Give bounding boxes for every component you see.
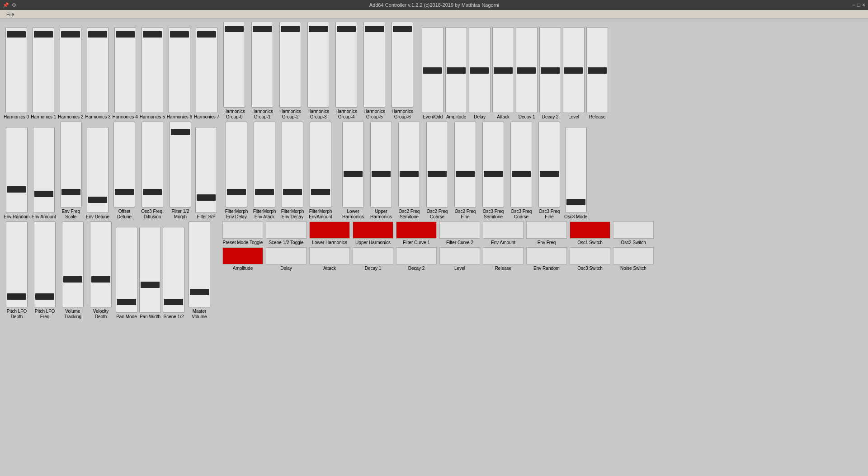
toggle-button-box[interactable] [439, 222, 480, 239]
slider-track[interactable] [516, 27, 538, 113]
settings-icon[interactable]: ⚙ [12, 2, 16, 8]
toggle-button-box[interactable] [309, 222, 350, 239]
slider-track[interactable] [170, 122, 191, 207]
slider-track[interactable] [33, 127, 55, 213]
toggle-button-box[interactable] [353, 247, 393, 264]
slider-track[interactable] [310, 122, 331, 207]
toggle-button-box[interactable] [570, 247, 610, 264]
slider-track[interactable] [492, 27, 514, 113]
slider-track[interactable] [254, 122, 275, 207]
slider-track[interactable] [114, 27, 136, 113]
slider-track[interactable] [195, 127, 217, 213]
slider-track[interactable] [90, 222, 112, 307]
toggle-button-box[interactable] [396, 247, 437, 264]
slider-track[interactable] [62, 222, 84, 307]
file-menu[interactable]: File [4, 11, 17, 18]
slider-track[interactable] [482, 122, 504, 207]
slider-label: Harmonics Group-4 [333, 109, 359, 120]
toggle-button-box[interactable] [266, 222, 307, 239]
slider-track[interactable] [6, 127, 28, 213]
toggle-button-box[interactable] [526, 247, 567, 264]
toggle-button: Env Random [526, 247, 567, 271]
toggle-button-box[interactable] [483, 247, 524, 264]
slider-track[interactable] [142, 27, 163, 113]
toggle-button-box[interactable] [353, 222, 393, 239]
toggle-button: Noise Switch [613, 247, 654, 271]
slider-track[interactable] [335, 22, 357, 108]
toggle-button: Preset Mode Toggle [222, 222, 263, 245]
slider-track[interactable] [279, 22, 301, 108]
slider-track[interactable] [445, 27, 467, 113]
slider-track[interactable] [538, 122, 560, 207]
slider-track[interactable] [189, 222, 210, 307]
slider-group: Lower Harmonics [340, 122, 366, 220]
slider-track[interactable] [142, 122, 163, 207]
slider-track[interactable] [307, 22, 329, 108]
slider-track[interactable] [563, 27, 585, 113]
toggle-button-box[interactable] [396, 222, 437, 239]
toggle-button: Scene 1/2 Toggle [266, 222, 307, 245]
slider-track[interactable] [586, 27, 608, 113]
slider-group: FilterMorph EnvAmount [307, 122, 334, 220]
slider-track[interactable] [34, 222, 56, 307]
slider-track[interactable] [60, 27, 81, 113]
slider-track[interactable] [33, 27, 54, 113]
slider-thumb [255, 189, 274, 195]
slider-label: Pan Mode [116, 314, 137, 320]
slider-track[interactable] [116, 227, 137, 313]
slider-group: Osc3 Freq Coarse [508, 122, 534, 220]
pin-icon[interactable]: 📌 [3, 2, 9, 8]
slider-track[interactable] [223, 22, 245, 108]
slider-track[interactable] [422, 27, 443, 113]
slider-track[interactable] [169, 27, 190, 113]
slider-track[interactable] [370, 122, 392, 207]
toggle-button-box[interactable] [483, 222, 524, 239]
toggle-button-box[interactable] [266, 247, 307, 264]
toggle-button-label: Osc3 Switch [577, 266, 603, 271]
slider-track[interactable] [226, 122, 247, 207]
toggle-button: Amplitude [222, 247, 263, 271]
slider-track[interactable] [139, 227, 161, 313]
slider-track[interactable] [113, 122, 135, 207]
toggle-button-box[interactable] [222, 222, 263, 239]
minimize-icon[interactable]: − [852, 2, 855, 8]
toggle-button-box[interactable] [309, 247, 350, 264]
slider-label: Filter 1/2 Morph [167, 209, 193, 220]
slider-track[interactable] [392, 22, 413, 108]
toggle-button-box[interactable] [613, 222, 654, 239]
slider-track[interactable] [398, 122, 420, 207]
slider-label: Level [568, 114, 579, 120]
close-icon[interactable]: × [862, 2, 865, 8]
slider-track[interactable] [454, 122, 476, 207]
slider-track[interactable] [5, 27, 27, 113]
slider-track[interactable] [342, 122, 364, 207]
slider-track[interactable] [6, 222, 28, 307]
toggle-button-box[interactable] [570, 222, 610, 239]
toggle-button-box[interactable] [439, 247, 480, 264]
slider-track[interactable] [196, 27, 217, 113]
slider-track[interactable] [565, 127, 587, 213]
slider-track[interactable] [251, 22, 273, 108]
slider-track[interactable] [510, 122, 532, 207]
slider-track[interactable] [163, 227, 184, 313]
slider-track[interactable] [426, 122, 448, 207]
slider-label: Osc2 Freq Fine [452, 209, 478, 220]
slider-thumb [61, 189, 80, 195]
maximize-icon[interactable]: □ [857, 2, 860, 8]
slider-label: Osc3 Freq Fine [536, 209, 562, 220]
slider-track[interactable] [363, 22, 385, 108]
toggle-button-box[interactable] [526, 222, 567, 239]
slider-group: Env Freq Scale [58, 122, 84, 220]
slider-track[interactable] [60, 122, 82, 207]
toggle-button-box[interactable] [222, 247, 263, 264]
slider-track[interactable] [539, 27, 561, 113]
slider-track[interactable] [87, 127, 108, 213]
slider-track[interactable] [469, 27, 491, 113]
slider-track[interactable] [87, 27, 108, 113]
slider-track[interactable] [282, 122, 303, 207]
slider-group: Decay 2 [539, 27, 561, 120]
toggle-button-box[interactable] [613, 247, 654, 264]
slider-group: Offset Detune [111, 122, 137, 220]
toggle-button-label: Delay [280, 266, 292, 271]
toggle-button-label: Env Amount [491, 240, 515, 245]
